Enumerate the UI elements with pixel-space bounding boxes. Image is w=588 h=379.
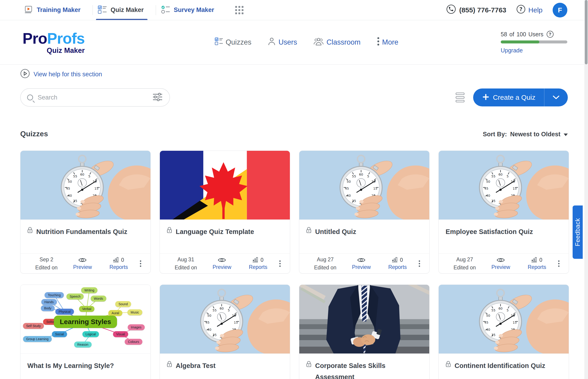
upgrade-link[interactable]: Upgrade <box>501 47 523 54</box>
avatar[interactable]: F <box>553 3 567 17</box>
sort-by-value: Newest to Oldest <box>510 131 560 138</box>
reports-button[interactable]: 0 Reports <box>380 257 415 270</box>
svg-text:15: 15 <box>234 321 238 324</box>
edited-label: Edited on <box>29 264 64 272</box>
apps-grid-icon[interactable] <box>235 6 243 14</box>
reports-label: Reports <box>528 264 546 270</box>
list-view-icon[interactable] <box>456 93 465 102</box>
svg-text:45: 45 <box>484 321 488 324</box>
mindmap-node: Images <box>128 324 145 330</box>
section-title: Quizzes <box>20 130 48 138</box>
svg-text:5: 5 <box>367 174 369 178</box>
quiz-title[interactable]: Employee Satisfaction Quiz <box>446 226 533 237</box>
svg-text:15: 15 <box>94 187 99 190</box>
quiz-thumbnail[interactable]: PhysicalTouchingHandsBodyVerbalWritingSp… <box>20 285 151 354</box>
quiz-title[interactable]: Language Quiz Template <box>176 226 254 237</box>
nav-label: Classroom <box>326 38 360 47</box>
reports-button[interactable]: 0 Reports <box>241 257 275 270</box>
reports-chart-icon <box>113 257 119 263</box>
nav-item-more[interactable]: More <box>377 37 398 47</box>
eye-icon <box>78 257 87 263</box>
quiz-thumbnail[interactable]: 60510 152025 303540 455055 <box>439 285 569 354</box>
mindmap-node: Speech <box>66 294 84 300</box>
mindmap-node: Words <box>90 296 106 301</box>
more-options-icon[interactable] <box>416 258 422 269</box>
mindmap-node: Music <box>127 309 142 315</box>
create-quiz-dropdown[interactable] <box>544 89 568 106</box>
edited-on: Aug 31 Edited on <box>169 255 203 271</box>
quiz-title[interactable]: Corporate Sales Skills Assessment <box>315 360 422 379</box>
svg-text:45: 45 <box>66 187 70 190</box>
product-tab-quiz-maker[interactable]: Quiz Maker <box>95 0 153 20</box>
usage-progressbar <box>501 40 567 44</box>
mindmap-node: Colours <box>125 339 142 345</box>
edited-date: Aug 27 <box>308 255 343 264</box>
nav-item-users[interactable]: Users <box>268 37 297 47</box>
product-tab-survey-maker[interactable]: Survey Maker <box>158 0 224 20</box>
create-quiz-button[interactable]: Create a Quiz <box>473 89 568 106</box>
reports-button[interactable]: 0 Reports <box>102 257 136 270</box>
eye-icon <box>357 257 365 263</box>
preview-button[interactable]: Preview <box>65 257 100 270</box>
product-tab-training-maker[interactable]: Training Maker <box>22 0 90 20</box>
preview-button[interactable]: Preview <box>483 257 518 270</box>
quiz-thumbnail[interactable]: 60510 152025 303540 455055 <box>299 151 429 220</box>
mindmap-node: Reason <box>74 342 92 347</box>
product-tabs: Training Maker Quiz Maker Survey Maker <box>22 0 224 20</box>
more-options-icon[interactable] <box>137 258 144 269</box>
preview-label: Preview <box>491 264 510 270</box>
quiz-thumbnail[interactable]: 60510 152025 303540 455055 <box>160 285 290 354</box>
quiz-title[interactable]: What Is My Learning Style? <box>27 360 114 371</box>
quiz-title[interactable]: Untitled Quiz <box>315 226 356 237</box>
quiz-thumbnail[interactable]: 60510 152025 303540 455055 <box>20 151 151 220</box>
logo-part1: Pro <box>23 30 47 47</box>
support-phone[interactable]: (855) 776-7763 <box>446 4 506 16</box>
svg-text:55: 55 <box>73 174 77 178</box>
svg-text:50: 50 <box>486 180 490 183</box>
mindmap-node: Physical <box>55 309 74 315</box>
quiz-thumbnail[interactable] <box>299 285 429 354</box>
reports-button[interactable]: 0 Reports <box>520 257 554 270</box>
scrollbar-thumb[interactable] <box>585 0 588 64</box>
usage-help-icon[interactable]: ? <box>547 31 554 38</box>
more-options-icon[interactable] <box>277 258 283 269</box>
svg-text:50: 50 <box>486 314 490 317</box>
edited-date: Aug 31 <box>169 255 203 264</box>
sort-by-dropdown[interactable]: Sort By: Newest to Oldest <box>483 131 568 138</box>
filter-icon[interactable] <box>152 93 163 102</box>
nav-item-classroom[interactable]: Classroom <box>314 37 360 47</box>
stopwatch-photo: 60510 152025 303540 455055 <box>439 151 569 220</box>
svg-text:45: 45 <box>484 187 488 190</box>
more-options-icon[interactable] <box>556 258 562 269</box>
quiz-title[interactable]: Nutrition Fundamentals Quiz <box>36 226 127 237</box>
usage-meter: 58 of 100 Users ? Upgrade <box>501 31 567 54</box>
nav-item-quizzes[interactable]: Quizzes <box>215 37 252 47</box>
search-input[interactable] <box>33 94 152 101</box>
quiz-title[interactable]: Algebra Test <box>176 360 216 371</box>
svg-text:35: 35 <box>352 199 356 203</box>
preview-button[interactable]: Preview <box>205 257 239 270</box>
content-area: View help for this section Create a Quiz <box>0 64 588 379</box>
eye-icon <box>497 257 505 263</box>
svg-text:50: 50 <box>347 180 351 183</box>
help-button[interactable]: ? Help <box>516 5 543 16</box>
help-label: Help <box>528 6 543 14</box>
quiz-card: Language Quiz Template Aug 31 Edited on … <box>160 151 290 273</box>
quiz-title[interactable]: Continent Identification Quiz <box>454 360 545 371</box>
feedback-label: Feedback <box>574 218 581 246</box>
svg-text:55: 55 <box>352 174 356 178</box>
usage-users: Users <box>528 31 543 38</box>
proprofs-logo[interactable]: ProProfs Quiz Maker <box>23 31 85 54</box>
quiz-thumbnail[interactable] <box>160 151 290 220</box>
preview-label: Preview <box>212 264 231 270</box>
view-help-link[interactable]: View help for this section <box>20 69 102 80</box>
preview-button[interactable]: Preview <box>344 257 378 270</box>
feedback-tab[interactable]: Feedback <box>573 205 583 259</box>
mindmap-node: Touching <box>45 292 64 298</box>
svg-text:40: 40 <box>68 194 72 197</box>
svg-text:40: 40 <box>207 328 211 332</box>
quiz-thumbnail[interactable]: 60510 152025 303540 455055 <box>439 151 569 220</box>
svg-text:60: 60 <box>498 173 503 176</box>
reports-label: Reports <box>388 264 407 270</box>
mindmap-node: Learning Styles <box>54 316 117 328</box>
